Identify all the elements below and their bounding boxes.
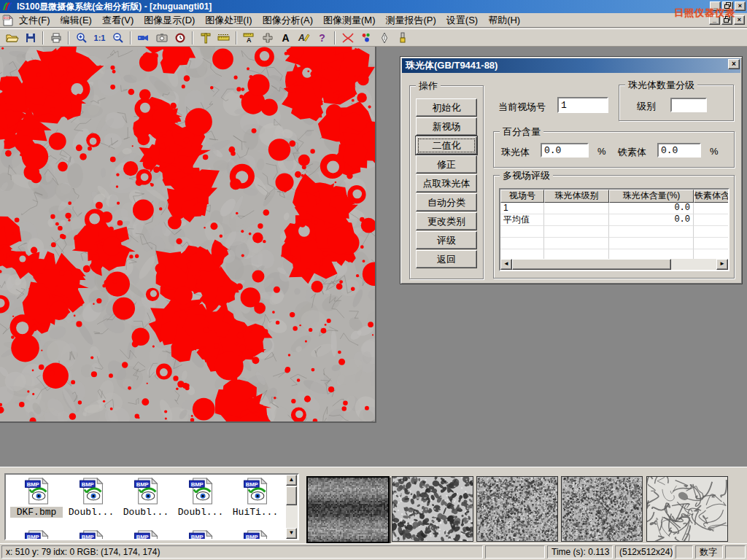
zoom-out-button[interactable] <box>109 30 127 46</box>
file-item[interactable]: HuiTi... <box>229 478 282 518</box>
grade-input[interactable] <box>670 98 707 112</box>
caliper-measure-button[interactable] <box>196 30 214 46</box>
video-capture-button[interactable] <box>134 30 152 46</box>
grade-group: 珠光体数量分级 级别 <box>619 85 734 121</box>
file-item-partial[interactable] <box>229 530 282 540</box>
menu-measure-report[interactable]: 测量报告(P) <box>380 12 441 28</box>
ruler-measure-button[interactable] <box>214 30 233 46</box>
dialog-close-button[interactable]: × <box>728 59 740 69</box>
thumbnail-4[interactable] <box>561 476 643 542</box>
file-item-partial[interactable] <box>120 530 172 540</box>
header-pearlite-grade[interactable]: 珠光体级别 <box>544 190 609 203</box>
text-annotation-button[interactable]: A <box>276 30 295 46</box>
change-class-button[interactable]: 更改类别 <box>416 212 477 230</box>
child-restore-button[interactable] <box>721 15 732 25</box>
menu-image-analysis[interactable]: 图像分析(A) <box>258 12 318 28</box>
menu-image-display[interactable]: 图像显示(D) <box>139 12 200 28</box>
header-pearlite-content[interactable]: 珠光体含量(%) <box>609 190 694 203</box>
metallograph-image[interactable] <box>0 47 376 423</box>
file-name[interactable]: Doubl... <box>65 507 117 518</box>
file-item-partial[interactable] <box>174 530 227 540</box>
document-icon[interactable]: DOC <box>2 15 14 26</box>
scroll-down-button[interactable]: ▼ <box>286 528 297 539</box>
minimize-button[interactable]: _ <box>710 1 721 11</box>
brush-tool-button[interactable] <box>393 30 411 46</box>
new-field-button[interactable]: 新视场 <box>416 117 477 136</box>
thumbnail-1[interactable] <box>306 476 390 543</box>
pearlite-percent-input[interactable] <box>541 143 589 158</box>
file-item-partial[interactable] <box>10 530 63 540</box>
multi-field-group-label: 多视场评级 <box>500 169 553 182</box>
header-field-no[interactable]: 视场号 <box>500 190 544 203</box>
edit-annotation-button[interactable]: A <box>295 30 313 46</box>
zoom-in-icon <box>76 32 88 44</box>
grid-tool-button[interactable] <box>258 30 276 46</box>
label-measure-button[interactable]: A <box>240 30 258 46</box>
file-item[interactable]: Doubl... <box>65 478 117 518</box>
file-name[interactable]: HuiTi... <box>229 507 282 518</box>
print-button[interactable] <box>47 30 65 46</box>
dialog-title: 珠光体(GB/T9441-88) <box>406 59 498 72</box>
restore-button[interactable] <box>722 1 733 11</box>
menu-help[interactable]: 帮助(H) <box>483 12 525 28</box>
menu-file[interactable]: 文件(F) <box>14 12 55 28</box>
return-button[interactable]: 返回 <box>416 250 477 268</box>
file-name[interactable]: Doubl... <box>174 507 227 518</box>
file-browser[interactable]: DKF.bmp Doubl... Doubl... Doubl... HuiTi… <box>4 473 299 540</box>
file-item[interactable]: DKF.bmp <box>10 478 63 518</box>
save-button[interactable] <box>21 30 39 46</box>
toolbar-separator <box>68 31 69 44</box>
scroll-left-button[interactable]: ◄ <box>500 259 512 270</box>
menu-image-processing[interactable]: 图像处理(I) <box>200 12 257 28</box>
scroll-right-button[interactable]: ► <box>716 259 728 270</box>
file-name[interactable]: DKF.bmp <box>10 507 63 518</box>
open-file-button[interactable] <box>3 30 21 46</box>
dialog-title-bar[interactable]: 珠光体(GB/T9441-88) <box>402 58 740 73</box>
scroll-thumb[interactable] <box>286 486 297 505</box>
rate-button[interactable]: 评级 <box>416 231 477 249</box>
file-name[interactable]: Doubl... <box>120 507 172 518</box>
grade-label: 级别 <box>637 100 656 113</box>
cell-grade <box>544 203 609 214</box>
erase-curve-button[interactable] <box>338 30 357 46</box>
menu-bar: DOC 文件(F) 编辑(E) 查看(V) 图像显示(D) 图像处理(I) 图像… <box>0 13 747 28</box>
correct-button[interactable]: 修正 <box>416 155 477 174</box>
ferrite-percent-input[interactable] <box>657 143 701 158</box>
scroll-up-button[interactable]: ▲ <box>286 475 297 486</box>
pick-pearlite-button[interactable]: 点取珠光体 <box>416 174 477 192</box>
scroll-thumb[interactable] <box>512 259 671 270</box>
thumbnail-5[interactable] <box>646 476 728 542</box>
file-list-scrollbar[interactable]: ▲ ▼ <box>286 475 298 539</box>
table-row[interactable]: 1 0.0 <box>500 203 728 214</box>
table-horizontal-scrollbar[interactable]: ◄ ► <box>500 259 728 270</box>
thumbnail-2[interactable] <box>392 476 473 542</box>
zoom-in-button[interactable] <box>72 30 90 46</box>
header-ferrite-content[interactable]: 铁素体含量(%) <box>694 190 729 203</box>
menu-view[interactable]: 查看(V) <box>97 12 139 28</box>
actual-size-button[interactable]: 1:1 <box>90 30 109 46</box>
menu-settings[interactable]: 设置(S) <box>441 12 483 28</box>
child-minimize-button[interactable]: _ <box>709 15 720 25</box>
pen-tool-button[interactable] <box>375 30 393 46</box>
timer-button[interactable] <box>171 30 189 46</box>
initialize-button[interactable]: 初始化 <box>416 98 477 117</box>
phase-color-button[interactable] <box>357 30 375 46</box>
application-window: IS100显微摄像系统(金相分析版) - [zhuguangti01] _ × … <box>0 0 747 560</box>
restore-icon <box>724 2 731 9</box>
help-button[interactable]: ? <box>313 30 331 46</box>
status-position: x: 510 y: 79 idx: 0 RGB: (174, 174, 174) <box>1 545 483 559</box>
file-item-partial[interactable] <box>65 530 117 540</box>
table-row[interactable]: 平均值 0.0 <box>500 214 728 226</box>
child-close-button[interactable]: × <box>734 15 745 25</box>
file-item[interactable]: Doubl... <box>120 478 172 518</box>
file-item[interactable]: Doubl... <box>174 478 227 518</box>
camera-icon <box>156 33 168 43</box>
close-button[interactable]: × <box>735 1 746 11</box>
auto-classify-button[interactable]: 自动分类 <box>416 193 477 211</box>
binarize-button[interactable]: 二值化 <box>416 136 477 155</box>
camera-capture-button[interactable] <box>152 30 171 46</box>
menu-edit[interactable]: 编辑(E) <box>55 12 97 28</box>
thumbnail-3[interactable] <box>476 476 558 542</box>
menu-image-measure[interactable]: 图像测量(M) <box>318 12 381 28</box>
current-field-input[interactable] <box>557 97 608 113</box>
